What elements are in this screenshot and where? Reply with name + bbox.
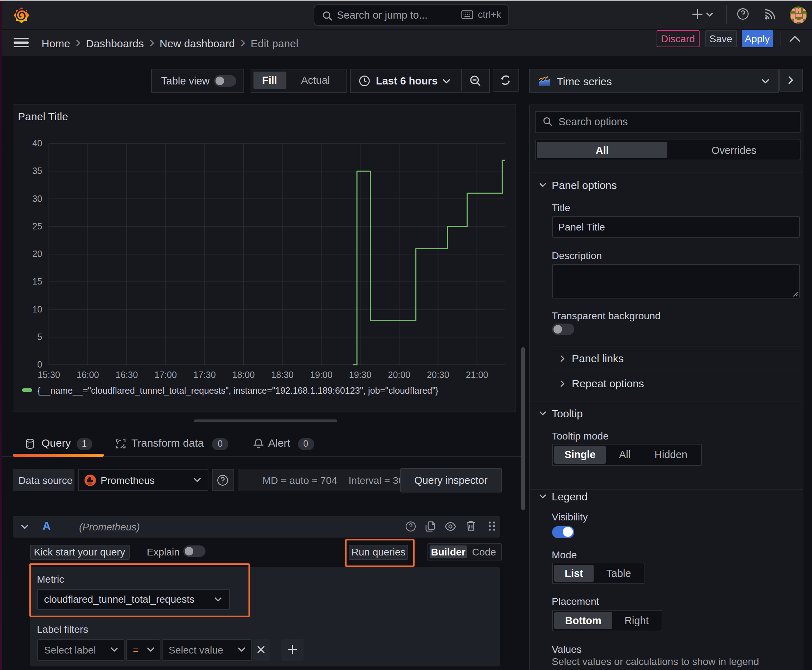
svg-text:16:30: 16:30 — [115, 370, 138, 380]
svg-text:19:00: 19:00 — [310, 370, 332, 380]
svg-text:5: 5 — [37, 332, 42, 342]
svg-text:15:30: 15:30 — [37, 370, 60, 380]
svg-text:20: 20 — [32, 249, 42, 259]
svg-text:20:00: 20:00 — [388, 370, 410, 380]
svg-text:19:30: 19:30 — [349, 370, 371, 380]
svg-text:15: 15 — [32, 276, 42, 286]
svg-text:20:30: 20:30 — [426, 370, 449, 380]
svg-text:40: 40 — [32, 138, 42, 148]
svg-text:0: 0 — [37, 359, 42, 369]
svg-text:30: 30 — [32, 194, 42, 204]
svg-text:21:00: 21:00 — [465, 370, 488, 380]
svg-text:17:00: 17:00 — [154, 370, 176, 380]
svg-text:18:30: 18:30 — [271, 370, 293, 380]
svg-text:25: 25 — [32, 221, 42, 231]
svg-text:17:30: 17:30 — [193, 370, 215, 380]
svg-text:35: 35 — [32, 166, 42, 176]
svg-text:{__name__="cloudflared_tunnel_: {__name__="cloudflared_tunnel_total_requ… — [37, 386, 438, 396]
svg-text:18:00: 18:00 — [232, 370, 254, 380]
svg-text:10: 10 — [32, 304, 42, 314]
svg-text:16:00: 16:00 — [76, 370, 99, 380]
